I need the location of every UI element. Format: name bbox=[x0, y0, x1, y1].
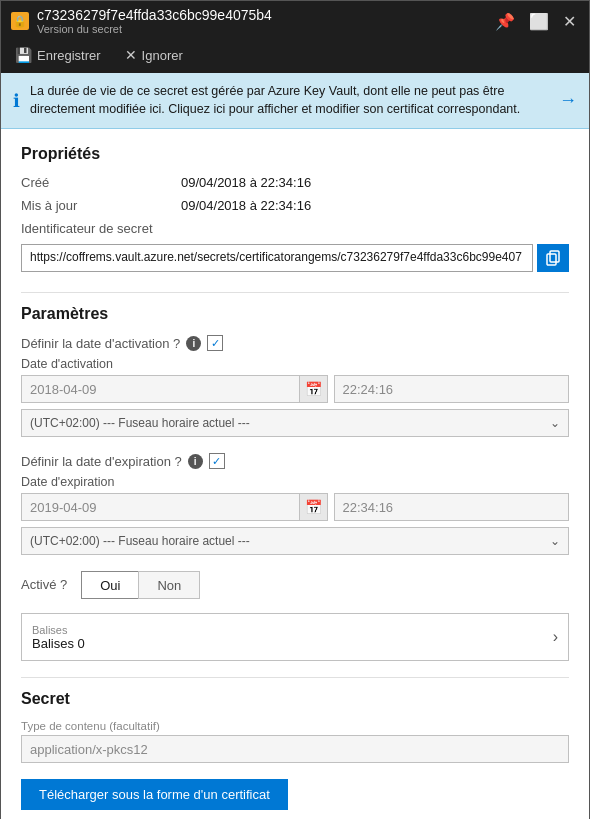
activation-section: Définir la date d'activation ? i Date d'… bbox=[21, 335, 569, 437]
expiration-info-icon: i bbox=[188, 454, 203, 469]
timezone-expiration-select[interactable]: (UTC+02:00) --- Fuseau horaire actuel --… bbox=[21, 527, 569, 555]
active-oui-button[interactable]: Oui bbox=[81, 571, 138, 599]
expiration-label-row: Définir la date d'expiration ? i bbox=[21, 453, 569, 469]
mis-a-jour-label: Mis à jour bbox=[21, 198, 181, 213]
tags-arrow-icon: › bbox=[553, 628, 558, 646]
active-label: Activé ? bbox=[21, 571, 67, 599]
window-controls: 📌 ⬜ ✕ bbox=[492, 12, 579, 31]
download-button[interactable]: Télécharger sous la forme d'un certifica… bbox=[21, 779, 288, 810]
date-expiration-label: Date d'expiration bbox=[21, 475, 569, 489]
tags-content: Balises Balises 0 bbox=[32, 624, 553, 651]
identifier-input: https://coffrems.vault.azure.net/secrets… bbox=[21, 244, 533, 272]
timezone-activation-arrow: ⌄ bbox=[550, 416, 560, 430]
activation-label-row: Définir la date d'activation ? i bbox=[21, 335, 569, 351]
expiration-section: Définir la date d'expiration ? i Date d'… bbox=[21, 453, 569, 555]
date-activation-label: Date d'activation bbox=[21, 357, 569, 371]
date-expiration-wrapper: 📅 bbox=[21, 493, 328, 521]
info-banner-arrow: → bbox=[559, 90, 577, 111]
date-activation-calendar[interactable]: 📅 bbox=[299, 376, 327, 402]
active-toggle-group: Activé ? Oui Non bbox=[21, 571, 569, 599]
info-banner[interactable]: ℹ La durée de vie de ce secret est gérée… bbox=[1, 73, 589, 129]
date-activation-wrapper: 📅 bbox=[21, 375, 328, 403]
window-subtitle: Version du secret bbox=[37, 23, 484, 35]
mis-a-jour-row: Mis à jour 09/04/2018 à 22:34:16 bbox=[21, 198, 569, 213]
proprietes-title: Propriétés bbox=[21, 145, 569, 163]
tags-sublabel: Balises bbox=[32, 624, 553, 636]
info-banner-icon: ℹ bbox=[13, 90, 20, 112]
date-expiration-input[interactable] bbox=[22, 494, 299, 520]
timezone-activation-text: (UTC+02:00) --- Fuseau horaire actuel --… bbox=[30, 416, 550, 430]
date-activation-input[interactable] bbox=[22, 376, 299, 402]
svg-rect-1 bbox=[547, 254, 556, 265]
toolbar: 💾 Enregistrer ✕ Ignorer bbox=[1, 41, 589, 73]
cree-row: Créé 09/04/2018 à 22:34:16 bbox=[21, 175, 569, 190]
expiration-checkbox[interactable] bbox=[209, 453, 225, 469]
cree-value: 09/04/2018 à 22:34:16 bbox=[181, 175, 311, 190]
activation-info-icon: i bbox=[186, 336, 201, 351]
ignore-button[interactable]: ✕ Ignorer bbox=[121, 45, 187, 65]
mis-a-jour-value: 09/04/2018 à 22:34:16 bbox=[181, 198, 311, 213]
time-activation-input[interactable] bbox=[334, 375, 570, 403]
close-button[interactable]: ✕ bbox=[560, 12, 579, 31]
activation-label-text: Définir la date d'activation ? bbox=[21, 336, 180, 351]
divider-1 bbox=[21, 292, 569, 293]
identifier-label: Identificateur de secret bbox=[21, 221, 181, 236]
secret-section: Secret Type de contenu (facultatif) Télé… bbox=[21, 690, 569, 810]
save-icon: 💾 bbox=[15, 47, 32, 63]
timezone-expiration-arrow: ⌄ bbox=[550, 534, 560, 548]
timezone-expiration-text: (UTC+02:00) --- Fuseau horaire actuel --… bbox=[30, 534, 550, 548]
copy-icon bbox=[545, 250, 561, 266]
time-expiration-input[interactable] bbox=[334, 493, 570, 521]
info-banner-text: La durée de vie de ce secret est gérée p… bbox=[30, 83, 549, 118]
content-type-label: Type de contenu (facultatif) bbox=[21, 720, 569, 732]
minimize-button[interactable]: ⬜ bbox=[526, 12, 552, 31]
content-area: Propriétés Créé 09/04/2018 à 22:34:16 Mi… bbox=[1, 129, 589, 819]
parametres-title: Paramètres bbox=[21, 305, 569, 323]
title-bar: 🔒 c73236279f7e4ffda33c6bc99e4075b4 Versi… bbox=[1, 1, 589, 41]
copy-button[interactable] bbox=[537, 244, 569, 272]
window-title: c73236279f7e4ffda33c6bc99e4075b4 bbox=[37, 7, 484, 23]
divider-2 bbox=[21, 677, 569, 678]
date-activation-row: 📅 bbox=[21, 375, 569, 403]
date-expiration-row: 📅 bbox=[21, 493, 569, 521]
content-type-input[interactable] bbox=[21, 735, 569, 763]
cree-label: Créé bbox=[21, 175, 181, 190]
identifier-row: https://coffrems.vault.azure.net/secrets… bbox=[21, 244, 569, 272]
tags-value: Balises 0 bbox=[32, 636, 553, 651]
save-button[interactable]: 💾 Enregistrer bbox=[11, 45, 105, 65]
svg-rect-0 bbox=[550, 251, 559, 262]
identifier-label-row: Identificateur de secret bbox=[21, 221, 569, 236]
title-bar-text: c73236279f7e4ffda33c6bc99e4075b4 Version… bbox=[37, 7, 484, 35]
secret-title: Secret bbox=[21, 690, 569, 708]
activation-checkbox[interactable] bbox=[207, 335, 223, 351]
ignore-icon: ✕ bbox=[125, 47, 137, 63]
date-expiration-calendar[interactable]: 📅 bbox=[299, 494, 327, 520]
pin-button[interactable]: 📌 bbox=[492, 12, 518, 31]
tags-row[interactable]: Balises Balises 0 › bbox=[21, 613, 569, 661]
main-window: 🔒 c73236279f7e4ffda33c6bc99e4075b4 Versi… bbox=[0, 0, 590, 819]
timezone-activation-select[interactable]: (UTC+02:00) --- Fuseau horaire actuel --… bbox=[21, 409, 569, 437]
expiration-label-text: Définir la date d'expiration ? bbox=[21, 454, 182, 469]
active-non-button[interactable]: Non bbox=[138, 571, 200, 599]
app-icon: 🔒 bbox=[11, 12, 29, 30]
